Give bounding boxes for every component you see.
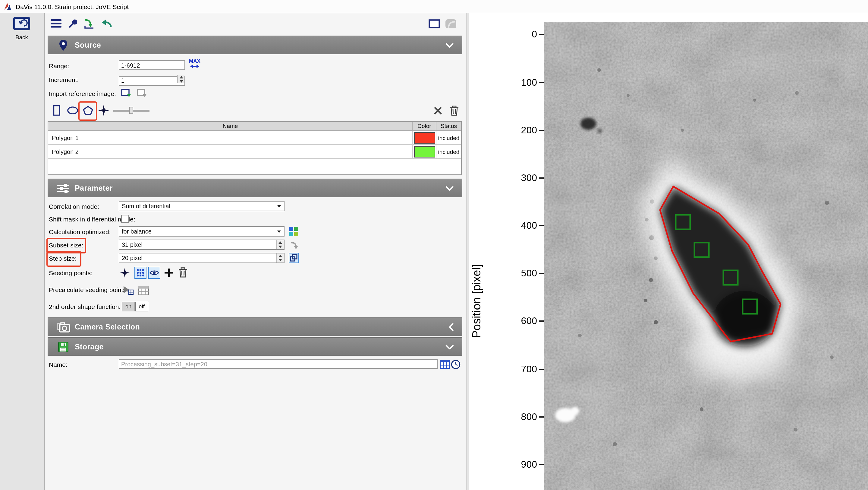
y-tick-label: 100: [503, 76, 537, 88]
roi-polygon-tool[interactable]: [81, 103, 95, 118]
roi-color-cell[interactable]: [413, 131, 436, 144]
roi-rectangle-tool[interactable]: [50, 103, 64, 118]
section-header-storage[interactable]: Storage: [48, 337, 462, 356]
precalculate-label: Precalculate seeding points:: [49, 285, 128, 294]
overlap-squares-icon: [290, 254, 298, 262]
table-row[interactable]: Polygon 2included: [48, 145, 461, 159]
y-axis: 0100200300400500600700800900: [469, 13, 544, 490]
y-tick-mark: [539, 416, 544, 417]
section-title-source: Source: [75, 41, 101, 49]
import-icon[interactable]: [82, 16, 96, 31]
seeding-manual-icon[interactable]: [119, 267, 130, 278]
roi-name: Polygon 1: [48, 131, 413, 144]
y-tick-mark: [539, 34, 544, 35]
spin-buttons[interactable]: [276, 254, 284, 262]
calculation-optimized-value: for balance: [122, 228, 152, 235]
max-button[interactable]: MAX: [188, 59, 201, 69]
panel-divider: [466, 13, 467, 490]
color-swatch: [414, 146, 435, 157]
y-tick-label: 900: [503, 459, 537, 471]
range-input[interactable]: [119, 60, 185, 70]
y-tick-mark: [539, 464, 544, 465]
strain-image[interactable]: [544, 22, 868, 490]
y-tick-label: 200: [503, 124, 537, 136]
storage-name-input[interactable]: [119, 359, 438, 369]
y-tick-label: 0: [503, 29, 537, 41]
step-size-spinner[interactable]: 20 pixel: [119, 253, 284, 263]
title-bar[interactable]: DaVis 11.0.0: Strain project: JoVE Scrip…: [0, 0, 868, 13]
undo-icon[interactable]: [99, 16, 114, 31]
sliders-icon: [56, 182, 70, 194]
mask-opacity-slider[interactable]: [113, 107, 150, 114]
trash-icon[interactable]: [447, 103, 461, 118]
naming-table-icon[interactable]: [439, 359, 450, 369]
y-tick-label: 300: [503, 172, 537, 184]
y-tick-label: 700: [503, 363, 537, 375]
seeding-preview-button[interactable]: [148, 267, 160, 279]
precalculate-table-icon[interactable]: [136, 283, 151, 297]
link-step-subset-button[interactable]: [289, 253, 299, 263]
apply-subset-icon[interactable]: [289, 239, 299, 250]
window-icon[interactable]: [427, 16, 441, 31]
back-button[interactable]: Back: [10, 16, 34, 40]
clear-roi-icon[interactable]: [430, 103, 445, 118]
spin-buttons[interactable]: [276, 240, 284, 249]
roi-table-header: Name Color Status: [48, 122, 461, 131]
roi-points-tool[interactable]: [96, 103, 111, 118]
optimization-icon[interactable]: [289, 226, 299, 236]
chevron-left-icon[interactable]: [449, 322, 454, 331]
dock-icon[interactable]: [444, 16, 458, 31]
double-arrow-icon: [190, 64, 199, 69]
subset-size-spinner[interactable]: 31 pixel: [119, 239, 284, 250]
back-label: Back: [10, 34, 34, 40]
chevron-down-icon[interactable]: [445, 42, 454, 47]
spin-buttons: [177, 75, 184, 83]
spin-up-button[interactable]: [178, 75, 184, 79]
import-reference-active-icon[interactable]: [121, 88, 131, 98]
delete-seeds-trash-icon[interactable]: [178, 267, 188, 278]
pin-icon[interactable]: [66, 16, 80, 31]
chevron-down-icon[interactable]: [445, 185, 454, 191]
image-viewer: Position [pixel] 01002003004005006007008…: [469, 13, 868, 490]
roi-ellipse-tool[interactable]: [65, 103, 80, 118]
calculation-optimized-dropdown[interactable]: for balance: [119, 226, 284, 236]
precalculate-run-icon[interactable]: [121, 282, 135, 297]
shape-function-label: 2nd order shape function:: [49, 302, 121, 311]
menu-icon[interactable]: [49, 16, 63, 31]
max-label: MAX: [189, 59, 200, 64]
shape-function-off-button[interactable]: off: [135, 302, 148, 311]
roi-table: Name Color Status Polygon 1includedPolyg…: [48, 121, 462, 175]
seeding-grid-button[interactable]: [134, 267, 147, 279]
chevron-down-icon[interactable]: [445, 344, 454, 349]
eye-icon: [150, 270, 159, 276]
settings-panel: Source Range: MAX Increment: Import refe…: [44, 13, 466, 490]
correlation-mode-label: Correlation mode:: [49, 202, 99, 211]
section-header-source[interactable]: Source: [48, 36, 462, 54]
shape-function-on-button[interactable]: on: [122, 302, 135, 311]
import-reference-inactive-icon[interactable]: [137, 88, 147, 98]
section-header-camera[interactable]: Camera Selection: [48, 317, 462, 336]
section-title-camera: Camera Selection: [75, 322, 140, 331]
step-size-label: Step size:: [49, 254, 76, 263]
roi-status: included: [436, 131, 461, 144]
y-tick-label: 600: [503, 315, 537, 327]
calculation-optimized-label: Calculation optimized:: [49, 227, 111, 236]
increment-input[interactable]: [119, 76, 185, 85]
shift-mask-checkbox[interactable]: [121, 215, 129, 223]
camera-icon: [56, 321, 70, 333]
correlation-mode-value: Sum of differential: [122, 203, 170, 209]
correlation-mode-dropdown[interactable]: Sum of differential: [119, 201, 284, 211]
spin-down-button[interactable]: [178, 79, 184, 83]
slider-handle[interactable]: [129, 107, 133, 114]
table-row[interactable]: Polygon 1included: [48, 131, 461, 145]
clock-icon[interactable]: [450, 359, 461, 369]
increment-spinner[interactable]: [119, 74, 185, 84]
section-header-parameter[interactable]: Parameter: [48, 179, 462, 197]
roi-color-cell[interactable]: [413, 145, 436, 158]
roi-name: Polygon 2: [48, 145, 413, 158]
y-tick-mark: [539, 321, 544, 322]
color-swatch: [414, 132, 435, 143]
roi-status: included: [436, 145, 461, 158]
y-tick-mark: [539, 129, 544, 131]
add-seed-icon[interactable]: [163, 267, 174, 278]
